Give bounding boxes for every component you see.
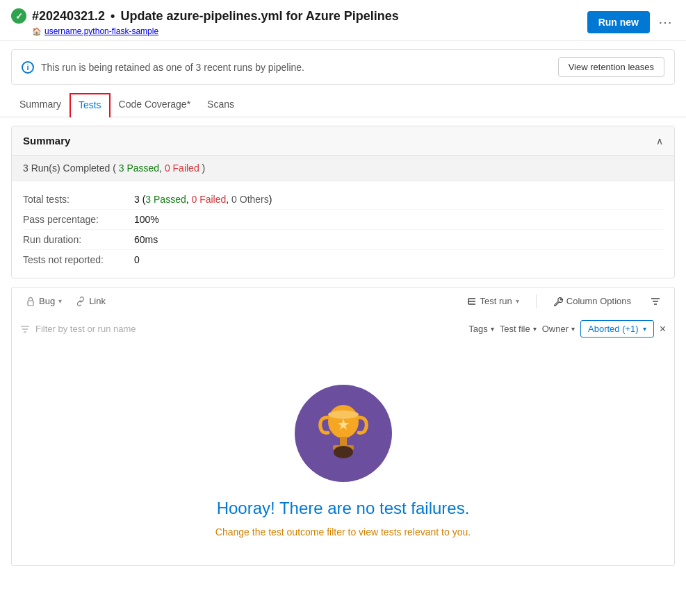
filter-bar: Filter by test or run name Tags ▾ Test f… — [11, 315, 675, 343]
stat-value-not-reported: 0 — [134, 254, 140, 265]
test-run-chevron: ▾ — [516, 297, 519, 305]
run-new-button[interactable]: Run new — [587, 11, 650, 33]
trophy-icon — [312, 402, 375, 465]
link-label: Link — [89, 296, 106, 306]
header-subtitle: 🏠 username.python-flask-sample — [32, 26, 399, 36]
svg-rect-0 — [28, 301, 33, 306]
summary-section-header[interactable]: Summary ∧ — [12, 126, 674, 156]
test-file-filter-button[interactable]: Test file ▾ — [500, 324, 537, 334]
test-toolbar: Bug ▾ Link Test run ▾ Co — [11, 287, 675, 315]
summary-section-title: Summary — [23, 135, 70, 147]
filter-right: Tags ▾ Test file ▾ Owner ▾ Aborted (+1) … — [468, 320, 666, 338]
stat-row-not-reported: Tests not reported: 0 — [23, 250, 663, 269]
tab-code-coverage[interactable]: Code Coverage* — [111, 93, 199, 117]
stat-label-run-duration: Run duration: — [23, 234, 134, 245]
stat-row-run-duration: Run duration: 60ms — [23, 230, 663, 250]
link-button[interactable]: Link — [70, 293, 111, 309]
svg-rect-17 — [334, 447, 352, 456]
trophy-circle — [295, 385, 392, 482]
summary-stats: Total tests: 3 (3 Passed, 0 Failed, 0 Ot… — [12, 181, 674, 278]
stat-label-not-reported: Tests not reported: — [23, 254, 134, 265]
more-options-button[interactable]: ⋯ — [655, 11, 675, 33]
stat-value-pass-percentage: 100% — [134, 214, 159, 225]
summary-section: Summary ∧ 3 Run(s) Completed ( 3 Passed,… — [11, 126, 675, 278]
empty-title: Hooray! There are no test failures. — [217, 499, 470, 518]
filter-lines-button[interactable] — [645, 294, 666, 309]
test-file-label: Test file — [500, 324, 530, 334]
filter-placeholder[interactable]: Filter by test or run name — [35, 324, 136, 334]
repo-icon: 🏠 — [32, 27, 42, 36]
stat-label-pass-percentage: Pass percentage: — [23, 214, 134, 225]
column-options-label: Column Options — [566, 296, 631, 306]
svg-rect-13 — [340, 437, 347, 447]
success-check-icon: ✓ — [11, 8, 26, 24]
aborted-filter-badge[interactable]: Aborted (+1) ▾ — [580, 320, 654, 338]
retention-banner: i This run is being retained as one of 3… — [11, 49, 675, 85]
chevron-up-icon: ∧ — [656, 135, 663, 147]
tags-label: Tags — [468, 324, 487, 334]
stat-value-run-duration: 60ms — [134, 234, 158, 245]
owner-chevron: ▾ — [571, 325, 575, 333]
tab-summary[interactable]: Summary — [11, 93, 70, 117]
empty-state: Hooray! There are no test failures. Chan… — [11, 343, 675, 566]
filter-left: Filter by test or run name — [20, 324, 136, 334]
aborted-label: Aborted (+1) — [588, 324, 639, 334]
bug-label: Bug — [39, 296, 55, 306]
column-options-button[interactable]: Column Options — [548, 293, 637, 309]
page-header: ✓ #20240321.2 • Update azure-pipelines.y… — [0, 0, 686, 41]
tags-filter-button[interactable]: Tags ▾ — [468, 324, 493, 334]
summary-status-bar: 3 Run(s) Completed ( 3 Passed, 0 Failed … — [12, 156, 674, 181]
empty-subtitle: Change the test outcome filter to view t… — [215, 526, 471, 538]
toolbar-left: Bug ▾ Link — [20, 293, 111, 309]
owner-label: Owner — [542, 324, 569, 334]
tags-chevron: ▾ — [491, 325, 494, 333]
subtitle-link[interactable]: username.python-flask-sample — [44, 26, 158, 36]
retention-banner-message: i This run is being retained as one of 3… — [22, 61, 304, 74]
bug-button[interactable]: Bug ▾ — [20, 293, 67, 309]
close-filter-button[interactable]: × — [660, 323, 666, 335]
test-file-chevron: ▾ — [533, 325, 537, 333]
link-icon — [76, 297, 85, 306]
pipeline-title: Update azure-pipelines.yml for Azure Pip… — [120, 9, 398, 24]
bug-chevron: ▾ — [58, 297, 62, 305]
toolbar-separator — [536, 294, 537, 308]
test-run-label: Test run — [480, 296, 512, 306]
header-left: ✓ #20240321.2 • Update azure-pipelines.y… — [11, 8, 399, 36]
stat-row-total-tests: Total tests: 3 (3 Passed, 0 Failed, 0 Ot… — [23, 190, 663, 210]
stat-row-pass-percentage: Pass percentage: 100% — [23, 210, 663, 230]
toolbar-right: Test run ▾ Column Options — [462, 293, 666, 309]
header-right: Run new ⋯ — [587, 11, 675, 33]
filter-lines-icon — [651, 297, 660, 306]
tab-tests[interactable]: Tests — [70, 93, 111, 117]
view-retention-leases-button[interactable]: View retention leases — [558, 57, 664, 77]
header-separator: • — [111, 9, 115, 24]
info-icon: i — [22, 61, 34, 74]
tabs-bar: Summary Tests Code Coverage* Scans — [0, 93, 686, 117]
svg-point-12 — [328, 410, 359, 419]
build-number: #20240321.2 — [32, 9, 105, 24]
stat-value-total-tests: 3 (3 Passed, 0 Failed, 0 Others) — [134, 194, 272, 205]
filter-icon — [20, 324, 30, 334]
list-icon — [467, 297, 477, 306]
stat-label-total-tests: Total tests: — [23, 194, 134, 205]
aborted-chevron: ▾ — [643, 325, 646, 333]
wrench-icon — [553, 297, 563, 306]
tab-scans[interactable]: Scans — [199, 93, 243, 117]
retention-message: This run is being retained as one of 3 r… — [41, 62, 304, 73]
owner-filter-button[interactable]: Owner ▾ — [542, 324, 575, 334]
header-title: ✓ #20240321.2 • Update azure-pipelines.y… — [11, 8, 399, 24]
lock-icon — [26, 297, 35, 306]
test-run-button[interactable]: Test run ▾ — [462, 293, 525, 309]
